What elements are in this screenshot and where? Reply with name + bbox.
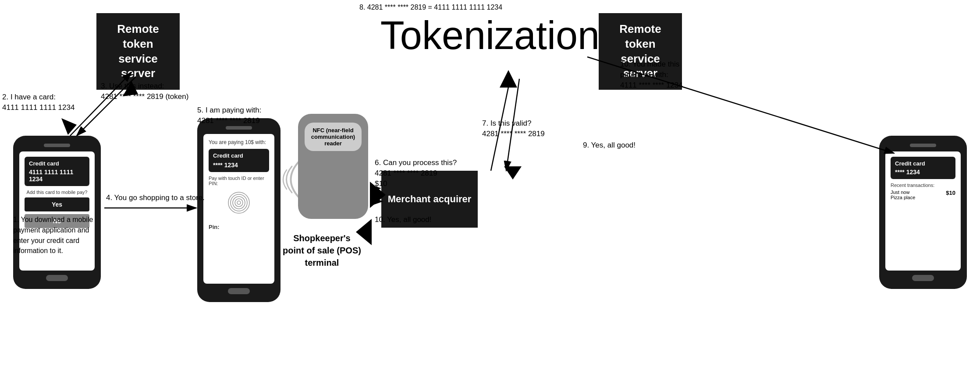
card-left: Credit card 4111 1111 1111 1234: [25, 157, 89, 186]
shopkeeper-label: Shopkeeper's point of sale (POS) termina…: [283, 232, 361, 269]
pos-card-number: **** 1234: [213, 162, 265, 169]
step5-label: 5. I am paying with: 4281 **** **** 2819: [197, 105, 261, 126]
svg-marker-17: [500, 70, 517, 88]
svg-point-2: [233, 197, 245, 209]
svg-marker-19: [61, 118, 77, 135]
phone-home-right: [912, 275, 934, 281]
trans-col-left: Just now Pizza place: [891, 190, 915, 200]
step3-label: 3. Use this instead: 4281 **** **** 2819…: [101, 81, 188, 102]
trans-merchant: Pizza place: [891, 195, 915, 200]
phone-pos-home: [228, 288, 250, 294]
card-right: Credit card **** 1234: [891, 157, 955, 179]
phone-pos-speaker: [226, 126, 252, 130]
token-server-left: Remote token service server: [96, 13, 180, 90]
step10-right-label: 10. You made this purchase with: 4111 **…: [620, 59, 683, 90]
card-left-title: Credit card: [29, 160, 85, 167]
phone-left: Credit card 4111 1111 1111 1234 Add this…: [13, 136, 101, 289]
card-left-number: 4111 1111 1111 1234: [29, 169, 85, 183]
nfc-bubble: NFC (near-field communication) reader: [305, 123, 362, 151]
yes-button[interactable]: Yes: [25, 197, 89, 211]
phone-speaker-right: [910, 144, 936, 147]
step9-label: 9. Yes, all good!: [583, 140, 636, 151]
pos-card-title: Credit card: [213, 152, 265, 159]
pos-pin-label: Pin:: [209, 224, 269, 230]
phone-right: Credit card **** 1234 Recent transaction…: [879, 136, 967, 289]
page-title: Tokenization: [380, 13, 600, 58]
fingerprint-icon: [226, 190, 252, 216]
transaction-row: Just now Pizza place $10: [891, 190, 955, 200]
diagram-container: Tokenization 8. 4281 **** **** 2819 = 41…: [0, 0, 980, 387]
trans-time: Just now: [891, 190, 915, 195]
add-card-text: Add this card to mobile pay?: [25, 190, 89, 195]
svg-point-4: [228, 192, 249, 213]
svg-point-1: [235, 199, 243, 207]
step7-label: 7. Is this valid? 4281 **** **** 2819: [482, 118, 545, 139]
pos-card: Credit card **** 1234: [209, 149, 269, 172]
step6-label: 6. Can you process this? 4281 **** **** …: [375, 158, 457, 189]
step8-label: 8. 4281 **** **** 2819 = 4111 1111 1111 …: [359, 4, 502, 11]
pos-header: You are paying 10$ with:: [209, 139, 269, 145]
svg-marker-18: [504, 166, 522, 179]
step2-label: 2. I have a card: 4111 1111 1111 1234: [2, 92, 75, 113]
card-right-number: **** 1234: [895, 169, 951, 176]
trans-amount: $10: [946, 190, 955, 200]
phone-right-screen: Credit card **** 1234 Recent transaction…: [885, 151, 961, 271]
recent-trans-label: Recent transactions:: [891, 183, 955, 188]
step1-label: 1. You download a mobile payment applica…: [13, 215, 93, 256]
step10-left-label: 10. Yes, all good!: [375, 215, 432, 225]
card-right-title: Credit card: [895, 160, 951, 167]
step4-label: 4. You go shopping to a store.: [106, 193, 205, 203]
phone-speaker-left: [44, 144, 70, 147]
phone-home-left: [46, 275, 68, 281]
phone-pos: You are paying 10$ with: Credit card ***…: [197, 118, 281, 302]
pos-touch-text: Pay with touch ID or enter PIN:: [209, 176, 269, 186]
phone-pos-screen: You are paying 10$ with: Credit card ***…: [203, 134, 274, 284]
svg-point-0: [237, 201, 241, 204]
nfc-reader: NFC (near-field communication) reader: [298, 114, 368, 219]
